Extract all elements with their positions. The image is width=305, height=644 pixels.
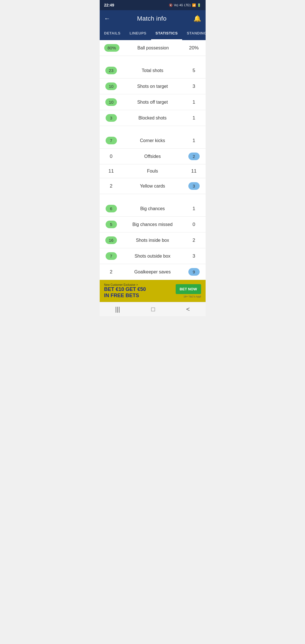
stat-label-big-chances-missed: Big chances missed bbox=[118, 222, 187, 227]
tab-bar: DETAILS LINEUPS STATISTICS STANDINGS M bbox=[100, 27, 206, 40]
stat-row-total-shots: 23 Total shots 5 bbox=[100, 63, 206, 79]
stat-label-total-shots: Total shots bbox=[118, 68, 187, 73]
stat-label-shots-on-target: Shots on target bbox=[118, 84, 187, 89]
page-title: Match info bbox=[137, 15, 167, 22]
section-gap-3 bbox=[100, 194, 206, 201]
stat-right-fouls: 11 bbox=[187, 168, 201, 174]
stat-right-blocked-shots: 1 bbox=[187, 115, 201, 121]
stat-left-big-chances-missed: 5 bbox=[104, 221, 118, 228]
lte-icon: LTE1 bbox=[184, 4, 191, 7]
stat-row-big-chances-missed: 5 Big chances missed 0 bbox=[100, 217, 206, 232]
stat-row-ball-possession: 80% Ball possession 20% bbox=[100, 40, 206, 56]
stat-label-corner-kicks: Corner kicks bbox=[118, 138, 187, 143]
status-time: 22:49 bbox=[104, 3, 114, 7]
mute-icon: 🔇 bbox=[169, 3, 173, 7]
stat-left-shots-outside-box: 7 bbox=[104, 252, 118, 260]
badge-green: 3 bbox=[106, 114, 117, 122]
status-bar: 22:49 🔇 Vo) 4G LTE1 📶 🔋 bbox=[100, 0, 206, 10]
stat-right-corner-kicks: 1 bbox=[187, 138, 201, 143]
stat-left-big-chances: 6 bbox=[104, 205, 118, 212]
badge-green: 23 bbox=[105, 67, 117, 74]
status-icons: 🔇 Vo) 4G LTE1 📶 🔋 bbox=[169, 3, 201, 7]
badge-green: 5 bbox=[106, 221, 117, 228]
recents-icon[interactable]: ||| bbox=[115, 306, 120, 313]
ad-new-customer-label: New Customer Exclusive > bbox=[104, 283, 146, 286]
tab-lineups[interactable]: LINEUPS bbox=[125, 27, 151, 40]
home-icon[interactable]: □ bbox=[151, 306, 155, 313]
tab-statistics[interactable]: STATISTICS bbox=[151, 27, 182, 40]
stat-row-corner-kicks: 7 Corner kicks 1 bbox=[100, 133, 206, 149]
stat-label-shots-outside-box: Shots outside box bbox=[118, 254, 187, 259]
badge-blue: 3 bbox=[188, 182, 200, 190]
stat-left-offsides: 0 bbox=[104, 154, 118, 159]
section-gap-2 bbox=[100, 126, 206, 133]
stat-right-shots-inside-box: 2 bbox=[187, 238, 201, 243]
stat-row-yellow-cards: 2 Yellow cards 3 bbox=[100, 178, 206, 194]
stat-right-big-chances-missed: 0 bbox=[187, 222, 201, 227]
notification-bell-icon[interactable]: 🔔 bbox=[193, 15, 201, 22]
tab-details[interactable]: DETAILS bbox=[100, 27, 125, 40]
stat-right-yellow-cards: 3 bbox=[187, 182, 201, 190]
stat-row-shots-on-target: 10 Shots on target 3 bbox=[100, 79, 206, 94]
stat-label-offsides: Offsides bbox=[118, 154, 187, 159]
badge-blue: 2 bbox=[188, 153, 200, 160]
stat-label-yellow-cards: Yellow cards bbox=[118, 184, 187, 189]
stat-left-ball-possession: 80% bbox=[104, 44, 119, 52]
stat-right-total-shots: 5 bbox=[187, 68, 201, 73]
badge-green: 6 bbox=[106, 205, 117, 212]
stat-left-yellow-cards: 2 bbox=[104, 183, 118, 189]
stat-right-big-chances: 1 bbox=[187, 206, 201, 212]
stat-left-blocked-shots: 3 bbox=[104, 114, 118, 122]
stat-left-corner-kicks: 7 bbox=[104, 137, 118, 144]
badge-green: 7 bbox=[106, 137, 117, 144]
stat-label-big-chances: Big chances bbox=[118, 206, 187, 211]
ad-left: New Customer Exclusive > BET €10 GET €50… bbox=[104, 283, 146, 299]
stat-row-goalkeeper-saves: 2 Goalkeeper saves 9 bbox=[100, 264, 206, 280]
network-label: Vo) bbox=[174, 4, 178, 7]
stat-row-big-chances: 6 Big chances 1 bbox=[100, 201, 206, 217]
tab-standings[interactable]: STANDINGS bbox=[182, 27, 205, 40]
stat-row-fouls: 11 Fouls 11 bbox=[100, 164, 206, 178]
bottom-nav: ||| □ < bbox=[100, 302, 206, 316]
stat-label-shots-inside-box: Shots inside box bbox=[118, 238, 187, 243]
stat-left-goalkeeper-saves: 2 bbox=[104, 269, 118, 275]
badge-green: 10 bbox=[105, 82, 117, 90]
back-nav-icon[interactable]: < bbox=[186, 306, 190, 313]
badge-green: 10 bbox=[105, 98, 117, 106]
app-header: ← Match info 🔔 bbox=[100, 10, 206, 27]
stat-right-goalkeeper-saves: 9 bbox=[187, 268, 201, 276]
stat-label-fouls: Fouls bbox=[118, 169, 187, 174]
stat-right-offsides: 2 bbox=[187, 153, 201, 160]
stat-right-shots-off-target: 1 bbox=[187, 99, 201, 105]
ad-banner[interactable]: New Customer Exclusive > BET €10 GET €50… bbox=[100, 280, 206, 302]
stat-row-offsides: 0 Offsides 2 bbox=[100, 149, 206, 164]
stat-label-ball-possession: Ball possession bbox=[119, 45, 187, 51]
ad-bet-button[interactable]: BET NOW bbox=[176, 284, 201, 294]
stat-label-blocked-shots: Blocked shots bbox=[118, 116, 187, 121]
signal-bars-icon: 📶 bbox=[192, 3, 196, 7]
badge-green: 16 bbox=[105, 236, 117, 244]
badge-green: 7 bbox=[106, 252, 117, 260]
stat-right-ball-possession: 20% bbox=[187, 45, 201, 51]
stat-right-shots-outside-box: 3 bbox=[187, 253, 201, 259]
back-button[interactable]: ← bbox=[104, 15, 110, 22]
stat-left-shots-inside-box: 16 bbox=[104, 236, 118, 244]
stat-label-shots-off-target: Shots off target bbox=[118, 100, 187, 105]
battery-icon: 🔋 bbox=[197, 3, 201, 7]
stat-left-shots-off-target: 10 bbox=[104, 98, 118, 106]
stat-label-goalkeeper-saves: Goalkeeper saves bbox=[118, 269, 187, 275]
badge-green: 80% bbox=[104, 44, 119, 52]
statistics-content: 80% Ball possession 20% 23 Total shots 5… bbox=[100, 40, 206, 280]
stat-row-blocked-shots: 3 Blocked shots 1 bbox=[100, 110, 206, 126]
stat-left-total-shots: 23 bbox=[104, 67, 118, 74]
stat-row-shots-outside-box: 7 Shots outside box 3 bbox=[100, 248, 206, 264]
stat-left-fouls: 11 bbox=[104, 168, 118, 174]
stat-right-shots-on-target: 3 bbox=[187, 84, 201, 89]
section-gap-1 bbox=[100, 56, 206, 63]
stat-row-shots-inside-box: 16 Shots inside box 2 bbox=[100, 232, 206, 248]
stat-left-shots-on-target: 10 bbox=[104, 82, 118, 90]
signal-4g-icon: 4G bbox=[179, 4, 183, 7]
ad-main-text: BET €10 GET €50 IN FREE BETS bbox=[104, 286, 146, 299]
ad-disclaimer: 18+ T&C's Appl bbox=[184, 295, 201, 298]
badge-blue: 9 bbox=[188, 268, 200, 276]
